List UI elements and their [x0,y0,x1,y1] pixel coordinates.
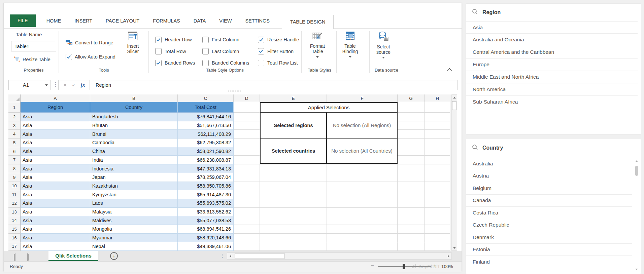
cell[interactable] [425,216,450,225]
name-box[interactable]: A1 [8,80,51,90]
collapse-ribbon-button[interactable] [447,66,452,72]
cell[interactable] [425,199,450,208]
cell-total-cost[interactable]: $76,841,544.16 [178,113,234,121]
scroll-up-button[interactable] [634,158,639,164]
style-option-banded-columns[interactable]: Banded Columns [202,59,249,67]
cell[interactable] [260,234,327,242]
row-header[interactable]: 10 [8,182,21,191]
cell[interactable] [260,164,327,173]
cell-country[interactable]: Japan [90,173,178,182]
cell-country[interactable]: China [90,147,178,156]
search-icon[interactable] [472,9,478,16]
cell[interactable] [234,208,260,217]
vertical-scrollbar[interactable] [451,94,457,251]
add-sheet-button[interactable]: + [110,252,118,260]
cell[interactable] [425,147,450,156]
row-header[interactable]: 5 [8,139,21,147]
column-header-g[interactable]: G [398,94,425,102]
cell-total-cost[interactable]: $47,931,834.13 [178,164,234,173]
cell[interactable] [234,182,260,191]
cell-region[interactable]: Asia [21,130,90,139]
style-option-filter-button[interactable]: Filter Button [258,47,294,55]
prev-sheet-button[interactable] [14,255,15,261]
next-sheet-button[interactable] [27,255,29,261]
country-item[interactable]: Australia [466,158,632,170]
cell[interactable] [398,156,425,165]
region-item[interactable]: Central America and the Caribbean [466,46,638,58]
cell[interactable] [398,113,425,121]
cell[interactable] [425,208,450,217]
cell[interactable] [234,173,260,182]
row-header[interactable]: 11 [8,190,21,199]
style-option-resize-handle[interactable]: Resize Handle [258,36,299,44]
country-item[interactable]: Denmark [466,231,632,244]
cell-country[interactable]: Malaysia [90,208,178,217]
country-item[interactable]: Costa Rica [466,207,632,219]
cell-total-cost[interactable]: $55,077,038.53 [178,216,234,225]
cell-region[interactable]: Asia [21,173,90,182]
column-header-h[interactable]: H [425,94,450,102]
formula-input[interactable]: Region [92,80,457,90]
cell-country[interactable]: Nepal [90,242,178,251]
scroll-up-button[interactable] [452,95,457,100]
row-header[interactable]: 3 [8,121,21,130]
splitter-handle[interactable] [228,90,242,92]
cell-country[interactable]: Kazakhstan [90,182,178,191]
cell-total-cost[interactable]: $58,021,590.82 [178,147,234,156]
cell-region[interactable]: Asia [21,208,90,217]
cell-total-cost[interactable]: $49,339,461.06 [178,242,234,251]
row-header[interactable]: 8 [8,164,21,173]
checkbox-resize-handle[interactable] [258,37,264,43]
cell[interactable] [260,182,327,191]
cell[interactable] [398,130,425,139]
region-item[interactable]: Europe [466,58,638,71]
cell[interactable] [327,234,398,242]
country-item[interactable]: Belgium [466,182,632,195]
cell-country[interactable]: Mongolia [90,225,178,234]
tab-home[interactable]: HOME [40,13,68,29]
cell[interactable] [425,121,450,130]
sheet-bar-handle-icon[interactable]: ⋮ [220,253,225,259]
scroll-down-button[interactable] [452,245,457,250]
style-option-first-column[interactable]: First Column [202,36,239,44]
format-table-button[interactable]: Format Table [304,31,331,58]
table-name-input[interactable] [11,41,56,51]
cell-country[interactable]: Myanmar [90,234,178,242]
region-item[interactable]: Middle East and North Africa [466,71,638,83]
formula-bar-handle-icon[interactable]: ⋮ [53,81,58,88]
region-item[interactable]: Asia [466,21,638,34]
cell[interactable] [234,225,260,234]
insert-function-icon[interactable]: fx [80,82,85,88]
cell[interactable] [260,225,327,234]
row-header[interactable]: 15 [8,225,21,234]
cell[interactable] [234,216,260,225]
cell[interactable] [398,208,425,217]
row-header[interactable]: 17 [8,242,21,251]
table-header-cell[interactable]: Country [90,102,178,113]
cell-total-cost[interactable]: $55,693,575.02 [178,199,234,208]
cell[interactable] [327,199,398,208]
cell-total-cost[interactable]: $66,238,008.87 [178,156,234,165]
row-header[interactable]: 12 [8,199,21,208]
scroll-down-button[interactable] [634,267,639,272]
cell-region[interactable]: Asia [21,234,90,242]
cell[interactable] [327,182,398,191]
cell[interactable] [260,242,327,251]
country-item[interactable]: Czech Republic [466,219,632,232]
cell[interactable] [398,182,425,191]
cell[interactable] [398,234,425,242]
cell[interactable] [398,102,425,113]
cell[interactable] [327,208,398,217]
cell[interactable] [234,121,260,130]
region-item[interactable]: North America [466,83,638,96]
cell-country[interactable]: Maldives [90,216,178,225]
insert-slicer-button[interactable]: Insert Slicer [122,31,144,54]
cell[interactable] [327,225,398,234]
cell[interactable] [234,190,260,199]
cell[interactable] [425,225,450,234]
cell-country[interactable]: Cambodia [90,139,178,147]
cell[interactable] [234,164,260,173]
scrollbar-thumb[interactable] [235,253,284,259]
cell[interactable] [327,173,398,182]
cell[interactable] [327,216,398,225]
